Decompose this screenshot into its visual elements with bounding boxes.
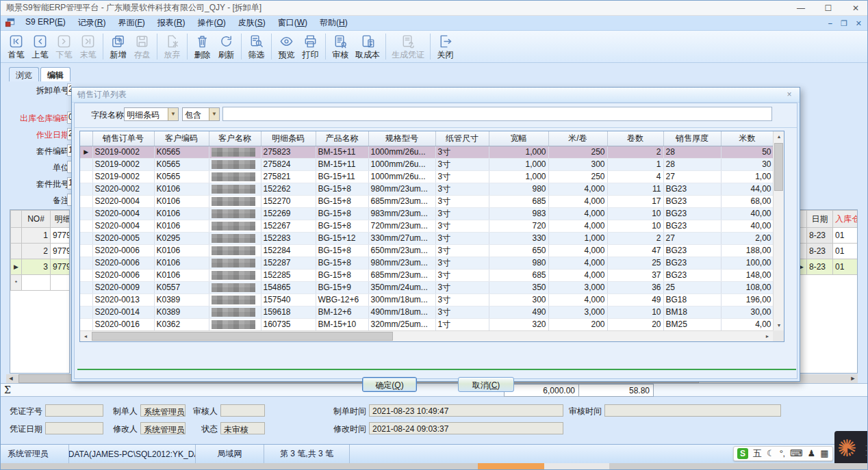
- table-row[interactable]: ▶8-2301: [796, 259, 858, 275]
- toolbar-label: 刷新: [218, 50, 235, 60]
- scroll-up-icon[interactable]: ▲: [774, 131, 784, 142]
- ime-wubi-icon[interactable]: 五: [753, 448, 762, 459]
- scroll-left-icon[interactable]: ◄: [6, 374, 16, 383]
- cancel-button[interactable]: 取消(C): [458, 377, 514, 392]
- dialog-close-icon[interactable]: ×: [784, 90, 794, 99]
- table-vertical-scrollbar[interactable]: ▲ ▼: [773, 131, 784, 330]
- window-controls: — ☐ ✕: [796, 1, 860, 16]
- menu-item[interactable]: 报表(R): [151, 16, 192, 30]
- column-header[interactable]: 入库仓库: [833, 211, 858, 228]
- column-header[interactable]: 明细条码: [261, 131, 316, 146]
- table-row[interactable]: S2020-0006K0106152285BG-15+8685mm/23um..…: [80, 269, 774, 281]
- dialog-title-bar[interactable]: 销售订单列表 ×: [72, 88, 800, 103]
- mdi-minimize-icon[interactable]: –: [828, 19, 832, 27]
- form-label: 备注: [6, 195, 69, 206]
- table-row[interactable]: 297792: [11, 244, 71, 259]
- toolbar-add[interactable]: 新增: [107, 33, 129, 61]
- dialog-buttons: 确定(Q)取消(C): [75, 371, 797, 395]
- column-header[interactable]: NO#: [22, 211, 51, 228]
- footer-label: 状态: [196, 423, 218, 435]
- chevron-down-icon[interactable]: ▼: [209, 108, 219, 120]
- ime-fullwidth-icon[interactable]: ☾: [767, 448, 775, 459]
- table-row[interactable]: S2020-0004K0106152267BG-15+8720mm/23um..…: [80, 220, 774, 232]
- table-row[interactable]: S2020-0005K0295152283BG-15+12330mm/27um.…: [80, 232, 774, 244]
- scroll-down-icon[interactable]: ▼: [774, 320, 784, 330]
- tab-edit[interactable]: 编辑: [40, 67, 71, 81]
- table-row[interactable]: 8-2301: [796, 244, 858, 259]
- menu-item[interactable]: 皮肤(S): [232, 16, 272, 30]
- scroll-left-icon[interactable]: ◄: [80, 331, 91, 341]
- taskbar-active-app[interactable]: [478, 463, 544, 470]
- toolbar-audit[interactable]: 审核: [329, 33, 352, 61]
- table-row[interactable]: S2020-0014K0389159618BM-12+6490mm/18um..…: [80, 306, 774, 318]
- toolbar-print[interactable]: 打印: [299, 33, 322, 61]
- toolbar-cost[interactable]: 取成本: [353, 33, 382, 61]
- menu-item[interactable]: 窗口(W): [272, 16, 314, 30]
- table-row[interactable]: S2019-0002K0565275824BM-15+111000mm/26u.…: [80, 158, 774, 170]
- table-row[interactable]: S2020-0016K0362160735BM-15+10320mm/25um.…: [80, 318, 774, 330]
- table-row[interactable]: ▶397792: [11, 259, 71, 275]
- ime-keyboard-icon[interactable]: ⌨: [790, 448, 803, 459]
- taskbar-app[interactable]: [544, 463, 609, 470]
- close-icon[interactable]: ✕: [851, 3, 860, 13]
- table-row[interactable]: S2020-0004K0106152269BG-15+8983mm/23um..…: [80, 207, 774, 220]
- toolbar-delete[interactable]: 删除: [191, 33, 214, 61]
- column-header[interactable]: 规格型号: [368, 131, 435, 146]
- toolbar-label: 上笔: [32, 50, 49, 60]
- table-horizontal-scrollbar[interactable]: ◄ ►: [80, 330, 773, 341]
- column-header[interactable]: 产品名称: [316, 131, 368, 146]
- ime-skin-icon[interactable]: ♟: [808, 448, 816, 459]
- new-row[interactable]: *: [11, 275, 71, 291]
- toolbar-preview[interactable]: 预览: [275, 33, 298, 61]
- column-header[interactable]: [80, 131, 92, 146]
- column-header[interactable]: 米/卷: [548, 131, 607, 146]
- table-row[interactable]: ▶S2019-0002K0565275823BM-15+111000mm/26u…: [80, 146, 774, 158]
- maximize-icon[interactable]: ☐: [824, 3, 833, 13]
- menu-item[interactable]: S9 ERP(E): [19, 16, 72, 30]
- scroll-right-icon[interactable]: ►: [762, 331, 773, 341]
- ime-toolbox-icon[interactable]: ▦: [820, 448, 828, 459]
- filter-search-input[interactable]: [222, 107, 772, 121]
- column-header[interactable]: 纸管尺寸: [435, 131, 489, 146]
- minimize-icon[interactable]: —: [796, 3, 806, 13]
- field-name-select[interactable]: 明细条码 ▼: [124, 107, 179, 121]
- column-header[interactable]: 客户名称: [209, 131, 261, 146]
- toolbar-filter[interactable]: 筛选: [245, 33, 268, 61]
- column-header[interactable]: 明细条码: [51, 211, 71, 228]
- table-row[interactable]: 197792: [11, 228, 71, 244]
- table-row[interactable]: S2020-0006K0106152284BG-15+8650mm/23um..…: [80, 244, 774, 257]
- ime-punctuation-icon[interactable]: °‚: [780, 448, 785, 459]
- toolbar-label: 放弃: [164, 50, 181, 60]
- tab-browse[interactable]: 浏览: [9, 67, 39, 81]
- column-header[interactable]: 日期: [807, 211, 833, 228]
- table-row[interactable]: S2020-0004K0106152270BG-15+8685mm/23um..…: [80, 195, 774, 207]
- table-row[interactable]: S2020-0009K0557154865BG-15+9350mm/24um..…: [80, 281, 774, 293]
- column-header[interactable]: 宽幅: [489, 131, 548, 146]
- table-row[interactable]: 8-2301: [796, 228, 858, 244]
- toolbar-close-door[interactable]: 关闭: [434, 33, 457, 61]
- column-header[interactable]: 客户编码: [154, 131, 209, 146]
- column-header[interactable]: 销售订单号: [92, 131, 154, 146]
- mdi-restore-icon[interactable]: ❐: [841, 19, 847, 28]
- column-header[interactable]: 销售厚度: [663, 131, 721, 146]
- chevron-down-icon[interactable]: ▼: [168, 108, 178, 120]
- table-row[interactable]: S2019-0002K0565275821BG-15+111000mm/26u.…: [80, 170, 774, 183]
- ime-logo-icon[interactable]: S: [737, 448, 748, 459]
- table-row[interactable]: S2020-0013K0389157540WBG-12+6300mm/18um.…: [80, 293, 774, 306]
- operator-select[interactable]: 包含 ▼: [182, 107, 220, 121]
- menu-item[interactable]: 帮助(H): [314, 16, 354, 30]
- mdi-close-icon[interactable]: ✕: [856, 19, 862, 28]
- table-row[interactable]: S2020-0006K0106152287BG-15+8980mm/23um..…: [80, 257, 774, 269]
- toolbar-refresh[interactable]: 刷新: [215, 33, 238, 61]
- column-header[interactable]: 米数: [721, 131, 774, 146]
- ok-button[interactable]: 确定(Q): [362, 377, 417, 392]
- toolbar-prev-record[interactable]: 上笔: [29, 33, 51, 61]
- menu-item[interactable]: 操作(O): [191, 16, 231, 30]
- table-row[interactable]: S2020-0002K0106152262BG-15+8980mm/23um..…: [80, 183, 774, 195]
- menu-item[interactable]: 界面(F): [112, 16, 151, 30]
- column-header[interactable]: 卷数: [607, 131, 663, 146]
- menu-item[interactable]: 记录(R): [72, 16, 112, 30]
- redacted-customer-name: [212, 172, 255, 181]
- toolbar-first-record[interactable]: 首笔: [5, 33, 27, 61]
- scroll-right-icon[interactable]: ►: [848, 374, 858, 383]
